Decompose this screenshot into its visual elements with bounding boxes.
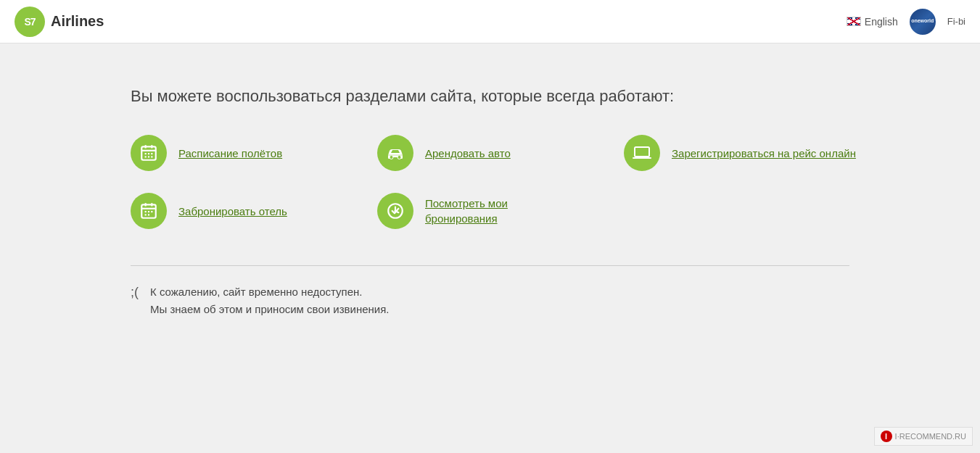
- logo-text: Airlines: [51, 13, 104, 30]
- flight-schedule-link[interactable]: Расписание полётов: [178, 146, 282, 161]
- svg-rect-15: [638, 149, 646, 154]
- svg-rect-4: [145, 153, 147, 154]
- book-hotel-icon-circle: [131, 193, 167, 229]
- laptop-icon: [632, 144, 652, 162]
- car-rental-link[interactable]: Арендовать авто: [425, 146, 511, 161]
- book-hotel-link[interactable]: Забронировать отель: [178, 204, 287, 219]
- svg-rect-8: [148, 156, 149, 157]
- watermark: I I·RECOMMEND.RU: [874, 427, 973, 446]
- oneworld-label: oneworld: [911, 18, 934, 24]
- car-icon: [385, 145, 405, 161]
- flag-uk-icon: [847, 17, 861, 26]
- flight-schedule-icon-circle: [131, 135, 167, 171]
- online-checkin-item: Зарегистрироваться на рейс онлайн: [624, 135, 899, 171]
- svg-rect-9: [151, 156, 152, 157]
- flight-schedule-item: Расписание полётов: [131, 135, 377, 171]
- svg-rect-23: [145, 214, 147, 215]
- watermark-icon: I: [881, 431, 892, 442]
- status-message: К сожалению, сайт временно недоступен. М…: [150, 283, 389, 318]
- svg-point-11: [398, 156, 401, 159]
- online-checkin-icon-circle: [624, 135, 660, 171]
- calendar2-icon: [139, 201, 158, 220]
- language-label: English: [865, 16, 898, 28]
- divider: [131, 265, 849, 266]
- logo-icon: S7: [15, 7, 45, 37]
- calendar-icon: [139, 144, 158, 162]
- svg-point-10: [390, 156, 393, 159]
- clock-check-icon: [386, 201, 405, 220]
- svg-rect-5: [148, 153, 149, 154]
- my-bookings-icon-circle: [377, 193, 413, 229]
- watermark-text: I·RECOMMEND.RU: [895, 432, 966, 441]
- header-right: English oneworld Fi-bi: [847, 9, 965, 35]
- main-content: Вы можете воспользоваться разделами сайт…: [0, 43, 980, 347]
- sad-face: ;(: [131, 283, 139, 300]
- svg-rect-24: [148, 214, 149, 215]
- status-line2: Мы знаем об этом и приносим свои извинен…: [150, 303, 389, 315]
- svg-rect-21: [148, 211, 149, 212]
- header: S7 Airlines English oneworld Fi-bi: [0, 0, 980, 43]
- language-selector[interactable]: English: [847, 16, 898, 28]
- status-area: ;( К сожалению, сайт временно недоступен…: [131, 283, 849, 318]
- status-line1: К сожалению, сайт временно недоступен.: [150, 286, 362, 298]
- page-title: Вы можете воспользоваться разделами сайт…: [131, 87, 849, 106]
- svg-rect-22: [151, 211, 152, 212]
- car-rental-item: Арендовать авто: [377, 135, 624, 171]
- oneworld-badge[interactable]: oneworld: [910, 9, 936, 35]
- my-bookings-item: Посмотреть моибронирования: [377, 193, 624, 229]
- svg-rect-7: [145, 156, 147, 157]
- svg-rect-20: [145, 211, 147, 212]
- svg-rect-6: [151, 153, 152, 154]
- car-rental-icon-circle: [377, 135, 413, 171]
- my-bookings-link[interactable]: Посмотреть моибронирования: [425, 196, 508, 226]
- book-hotel-item: Забронировать отель: [131, 193, 377, 229]
- online-checkin-link[interactable]: Зарегистрироваться на рейс онлайн: [672, 146, 856, 161]
- logo-area: S7 Airlines: [15, 7, 104, 37]
- links-grid: Расписание полётов Арендовать авто: [131, 135, 849, 229]
- fibi-label: Fi-bi: [947, 16, 965, 27]
- empty-cell: [624, 193, 899, 229]
